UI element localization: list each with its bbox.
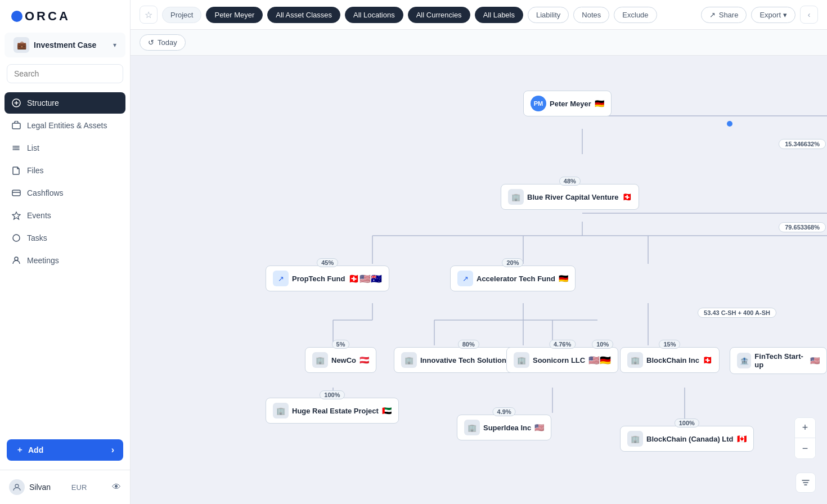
sidebar-item-legal-entities[interactable]: Legal Entities & Assets	[5, 115, 125, 136]
main-content: ☆ Project Peter Meyer All Asset Classes …	[131, 0, 827, 504]
notes-button[interactable]: Notes	[573, 7, 609, 23]
investment-case-dropdown[interactable]: 💼 Investment Case ▾	[5, 33, 125, 57]
today-button[interactable]: ↺ Today	[140, 34, 186, 51]
currency-label: EUR	[71, 483, 87, 492]
node-accelerator[interactable]: 20% ↗ Accelerator Tech Fund 🇩🇪	[450, 266, 576, 291]
node-name-fintech-startup: FinTech Start-up	[754, 352, 807, 369]
sidebar-item-structure[interactable]: Structure	[5, 92, 125, 114]
filter-button[interactable]	[795, 472, 816, 493]
chevron-down-icon: ▾	[113, 41, 116, 49]
zoom-in-button[interactable]: +	[795, 418, 815, 438]
legal-entities-icon	[11, 120, 21, 130]
today-label: Today	[158, 38, 177, 47]
exclude-button[interactable]: Exclude	[614, 7, 657, 23]
node-name-blue-river: Blue River Capital Venture	[527, 193, 619, 201]
flags-proptech: 🇨🇭🇺🇸🇦🇺	[348, 273, 382, 284]
shares-text: 53.43 C-SH + 400 A-SH	[704, 309, 770, 316]
visibility-icon[interactable]: 👁	[112, 482, 121, 492]
notes-label: Notes	[582, 11, 601, 19]
node-blockchain-canada[interactable]: 100% 🏢 BlockChain (Canada) Ltd 🇨🇦	[620, 426, 754, 452]
node-name-newco: NewCo	[331, 356, 356, 364]
percent-newco: 5%	[332, 340, 350, 349]
icon-accelerator: ↗	[457, 271, 473, 286]
node-proptech[interactable]: 45% ↗ PropTech Fund 🇨🇭🇺🇸🇦🇺	[266, 266, 389, 291]
sidebar-item-events[interactable]: Events	[5, 205, 125, 226]
labels-label: All Labels	[483, 11, 515, 19]
sidebar-item-tasks-label: Tasks	[27, 233, 47, 242]
node-newco[interactable]: 5% 🏢 NewCo 🇦🇹	[305, 347, 376, 373]
flag-accelerator: 🇩🇪	[559, 274, 568, 283]
sidebar-item-files[interactable]: Files	[5, 160, 125, 181]
today-icon: ↺	[148, 38, 154, 47]
project-button[interactable]: Project	[162, 7, 201, 23]
tasks-icon	[11, 233, 21, 243]
structure-icon	[11, 98, 21, 108]
add-button[interactable]: ＋ Add ›	[7, 439, 123, 461]
node-fintech-startup[interactable]: 🏦 FinTech Start-up 🇺🇸	[730, 347, 827, 374]
person-filter-button[interactable]: Peter Meyer	[206, 7, 263, 23]
logo-text: ORCA	[25, 9, 70, 24]
files-icon	[11, 165, 21, 176]
star-button[interactable]: ☆	[140, 6, 158, 24]
node-peter-meyer[interactable]: PM Peter Meyer 🇩🇪	[523, 91, 612, 116]
labels-button[interactable]: All Labels	[475, 7, 523, 23]
currencies-button[interactable]: All Currencies	[408, 7, 470, 23]
node-blockchain-inc[interactable]: 15% 🏢 BlockChain Inc 🇨🇭	[620, 347, 720, 373]
icon-superidea: 🏢	[464, 420, 480, 435]
icon-blue-river: 🏢	[508, 189, 524, 205]
flag-fintech-startup: 🇺🇸	[810, 356, 820, 365]
investment-case-icon: 💼	[14, 37, 29, 53]
person-label: Peter Meyer	[214, 11, 254, 19]
meetings-icon	[11, 255, 21, 266]
list-icon	[11, 143, 21, 153]
svg-point-5	[13, 146, 14, 147]
svg-rect-8	[12, 190, 20, 196]
icon-innovative: 🏢	[401, 352, 417, 368]
org-chart-canvas[interactable]: 15.346632% 79.653368% 53.43 C-SH + 400 A…	[131, 56, 827, 504]
sidebar-item-cashflows[interactable]: Cashflows	[5, 182, 125, 204]
share-button[interactable]: ↗ Share	[701, 7, 747, 23]
flag-blue-river: 🇨🇭	[622, 192, 632, 201]
icon-newco: 🏢	[312, 352, 328, 368]
toolbar: ☆ Project Peter Meyer All Asset Classes …	[131, 0, 827, 30]
liability-label: Liability	[536, 11, 560, 19]
sidebar-item-meetings[interactable]: Meetings	[5, 250, 125, 271]
edge-percent-2: 79.653368%	[785, 224, 820, 231]
sidebar-item-meetings-label: Meetings	[27, 256, 59, 265]
currencies-label: All Currencies	[416, 11, 462, 19]
edge-percent-1: 15.346632%	[785, 141, 820, 147]
investment-case-label: Investment Case	[34, 40, 113, 50]
percent-accelerator: 20%	[502, 258, 523, 267]
shares-label: 53.43 C-SH + 400 A-SH	[698, 308, 776, 318]
sidebar-item-list[interactable]: List	[5, 137, 125, 159]
svg-point-12	[15, 484, 19, 488]
svg-marker-9	[12, 212, 20, 219]
edge-label-2: 79.653368%	[779, 222, 826, 232]
liability-button[interactable]: Liability	[528, 7, 569, 23]
flag-peter-meyer: 🇩🇪	[595, 99, 604, 108]
add-plus-icon: ＋	[16, 445, 24, 455]
node-superidea[interactable]: 4.9% 🏢 SuperIdea Inc 🇺🇸	[457, 415, 551, 440]
export-chevron-icon: ▾	[783, 11, 787, 19]
node-soonicorn[interactable]: 4.76% 🏢 Soonicorn LLC 🇺🇸🇩🇪 10%	[506, 347, 618, 373]
nav-back-icon: ‹	[808, 10, 811, 19]
search-input[interactable]	[7, 64, 123, 83]
sidebar-item-tasks[interactable]: Tasks	[5, 227, 125, 249]
export-button[interactable]: Export ▾	[751, 7, 795, 23]
exclude-label: Exclude	[622, 11, 648, 19]
svg-point-10	[13, 235, 20, 241]
icon-soonicorn: 🏢	[514, 352, 529, 368]
export-label: Export	[759, 11, 781, 19]
node-name-soonicorn: Soonicorn LLC	[533, 356, 585, 364]
node-name-superidea: SuperIdea Inc	[483, 424, 531, 432]
node-blue-river[interactable]: 48% 🏢 Blue River Capital Venture 🇨🇭	[501, 184, 639, 210]
nav-back-button[interactable]: ‹	[800, 6, 818, 24]
zoom-out-button[interactable]: −	[795, 438, 815, 458]
flag-huge-real-estate: 🇦🇪	[382, 406, 392, 415]
asset-classes-button[interactable]: All Asset Classes	[267, 7, 340, 23]
percent-innovative: 80%	[458, 340, 479, 349]
flag-newco: 🇦🇹	[359, 356, 369, 364]
locations-button[interactable]: All Locations	[345, 7, 403, 23]
node-huge-real-estate[interactable]: 100% 🏢 Huge Real Estate Project 🇦🇪	[266, 398, 399, 424]
asset-classes-label: All Asset Classes	[276, 11, 332, 19]
